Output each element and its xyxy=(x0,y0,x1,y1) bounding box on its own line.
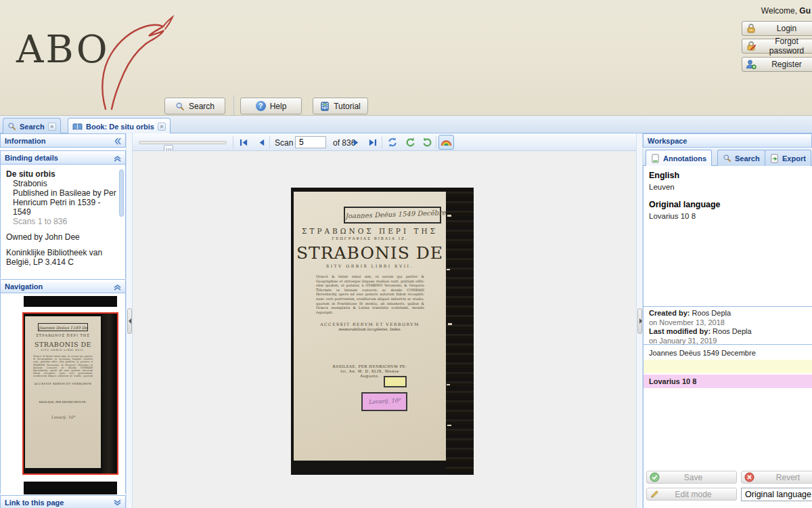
add-user-icon xyxy=(746,59,757,70)
navigation-header: Navigation xyxy=(0,279,126,293)
annotation-region-pink[interactable]: Lovarij. 10⁸ xyxy=(361,392,407,411)
binding-title: De situ orbis xyxy=(6,169,120,179)
binding-author: Strabonis xyxy=(6,179,120,188)
binding-details-content: De situ orbis Strabonis Published in Bas… xyxy=(0,165,126,278)
highlight-annotations-toggle[interactable] xyxy=(438,135,454,150)
collapse-left-panel-handle[interactable] xyxy=(127,308,132,334)
lock-icon xyxy=(746,23,757,34)
collapse-up-icon[interactable] xyxy=(112,282,122,292)
language-select[interactable] xyxy=(741,488,812,501)
tab-export[interactable]: Export xyxy=(765,150,811,166)
revert-button[interactable]: Revert xyxy=(741,471,812,484)
page-paragraph: Graecè & latinè simul iam, in eorum qui … xyxy=(316,274,424,314)
last-scan-button[interactable] xyxy=(365,136,379,148)
header-divider xyxy=(233,96,234,116)
previous-scan-button[interactable] xyxy=(254,136,268,148)
annotation-region-handwriting[interactable]: Joannes Deëus 1549 Decēbre xyxy=(344,207,441,224)
page-subtitle: SITV ORBIS LIBRI XVII. xyxy=(294,263,446,268)
workspace-header: Workspace xyxy=(643,133,812,148)
tutorial-button[interactable]: Tutorial xyxy=(313,98,368,114)
tab-workspace-search[interactable]: Search xyxy=(717,150,765,166)
binding-library: Koninklijke Bibliotheek van België, LP 3… xyxy=(6,248,120,267)
scan-number-input[interactable] xyxy=(295,136,326,148)
greek-title-line2: ΓΕΩΓΡΑΦΙΑΣ ΒΙΒΛΙΑ ΙΖ. xyxy=(294,236,446,240)
english-value: Leuven xyxy=(649,183,675,191)
first-scan-button[interactable] xyxy=(237,136,250,148)
rotate-right-icon[interactable] xyxy=(421,136,434,148)
thumbnail-page-image: Joannes Deëus 1549 Decēbre ΣΤΡΑΒΩΝΟΣ ΠΕΡ… xyxy=(25,316,101,468)
toolbar-separator xyxy=(436,136,436,148)
thumbnail-current-page[interactable]: Joannes Deëus 1549 Decēbre ΣΤΡΑΒΩΝΟΣ ΠΕΡ… xyxy=(22,312,118,475)
collapse-right-panel-handle[interactable] xyxy=(637,308,642,334)
original-language-value: Lovarius 10 8 xyxy=(649,212,696,220)
annotation-list-item-selected[interactable]: Lovarius 10 8 xyxy=(644,375,812,388)
annotation-meta-box: Created by: Roos Depla on November 13, 2… xyxy=(644,306,812,345)
link-to-page-header: Link to this page xyxy=(0,495,126,508)
login-button[interactable]: Login xyxy=(742,21,812,36)
close-tab-icon[interactable]: × xyxy=(48,123,56,131)
book-page: Joannes Deëus 1549 Decēbre ΣΤΡΑΒΩΝΟΣ ΠΕΡ… xyxy=(294,192,446,461)
annotation-region-yellow[interactable] xyxy=(384,376,407,387)
refresh-icon[interactable] xyxy=(386,136,399,148)
scan-viewport[interactable]: Joannes Deëus 1549 Decēbre ΣΤΡΑΒΩΝΟΣ ΠΕΡ… xyxy=(133,151,636,508)
search-button[interactable]: Search xyxy=(164,98,225,114)
book-tab-icon xyxy=(72,123,83,131)
binding-scrollbar[interactable] xyxy=(119,169,124,217)
scan-label: Scan xyxy=(275,138,293,148)
zoom-slider[interactable] xyxy=(139,141,227,144)
page-accessit-line2: memorabilium locupletiss. Index. xyxy=(294,327,446,331)
binding-scans: Scans 1 to 836 xyxy=(6,217,120,226)
close-tab-icon[interactable]: × xyxy=(158,123,166,131)
left-splitter[interactable] xyxy=(126,133,133,508)
annotations-icon xyxy=(651,154,660,163)
rainbow-icon xyxy=(441,138,452,146)
original-language-label: Original language xyxy=(649,200,721,209)
thumbnail-next-partial[interactable] xyxy=(24,482,117,494)
help-icon: ? xyxy=(256,101,266,111)
collapse-left-icon[interactable] xyxy=(112,136,122,146)
pencil-icon xyxy=(650,489,660,499)
workspace-panel: Workspace Annotations Search xyxy=(643,133,812,508)
annotations-content: English Leuven Original language Lovariu… xyxy=(643,166,812,508)
collapse-up-icon[interactable] xyxy=(112,153,122,163)
annotation-list-item[interactable]: Joannes Deëus 1549 Decembre xyxy=(644,346,812,360)
right-splitter[interactable] xyxy=(636,133,643,508)
thumbnail-page-edge xyxy=(102,314,116,473)
search-icon xyxy=(175,102,185,111)
greek-title-line1: ΣΤΡΑΒΩΝΟΣ ΠΕΡΙ ΤΗΣ xyxy=(294,227,446,235)
save-check-icon xyxy=(650,472,660,482)
welcome-username: Gu xyxy=(799,6,811,16)
page-fore-edge xyxy=(446,188,474,475)
help-button[interactable]: ? Help xyxy=(240,98,302,114)
app-root: ABO Welcome, Gu Login Forgot password xyxy=(0,0,812,508)
expand-down-icon[interactable] xyxy=(112,498,122,508)
toolbar-separator xyxy=(269,136,270,148)
save-button[interactable]: Save xyxy=(646,471,737,484)
register-button[interactable]: Register xyxy=(742,57,812,72)
rotate-left-icon[interactable] xyxy=(403,136,417,148)
tab-annotations[interactable]: Annotations xyxy=(646,150,712,167)
search-icon xyxy=(723,154,731,163)
collapse-arrow-icon xyxy=(129,318,131,324)
forgot-password-button[interactable]: Forgot password xyxy=(742,39,812,54)
page-imprint-line2: tri, An. M. D. XLIX, Mense xyxy=(294,369,446,373)
toolbar-separator xyxy=(382,136,382,148)
binding-published: Published in Basileae by Per Henricum Pe… xyxy=(6,188,120,217)
english-label: English xyxy=(649,171,679,180)
toolbar-separator xyxy=(233,136,233,148)
workspace-tabbar: Annotations Search Export xyxy=(643,148,812,166)
main-tabstrip: Search × Book: De situ orbis × xyxy=(0,115,812,133)
thumbnail-previous-partial[interactable] xyxy=(24,296,117,307)
export-icon xyxy=(770,154,779,163)
tab-search[interactable]: Search × xyxy=(3,118,61,134)
film-icon xyxy=(320,102,330,111)
lock-reset-icon xyxy=(746,41,757,51)
edit-mode-button[interactable]: Edit mode xyxy=(646,488,737,501)
search-tab-icon xyxy=(7,122,16,131)
binding-details-header: Binding details xyxy=(0,150,126,165)
tab-book[interactable]: Book: De situ orbis × xyxy=(68,118,171,135)
page-main-title: STRABONIS DE xyxy=(294,243,446,263)
next-scan-button[interactable] xyxy=(349,136,363,148)
revert-cross-icon xyxy=(744,472,754,482)
annotation-list-item[interactable] xyxy=(644,360,812,373)
